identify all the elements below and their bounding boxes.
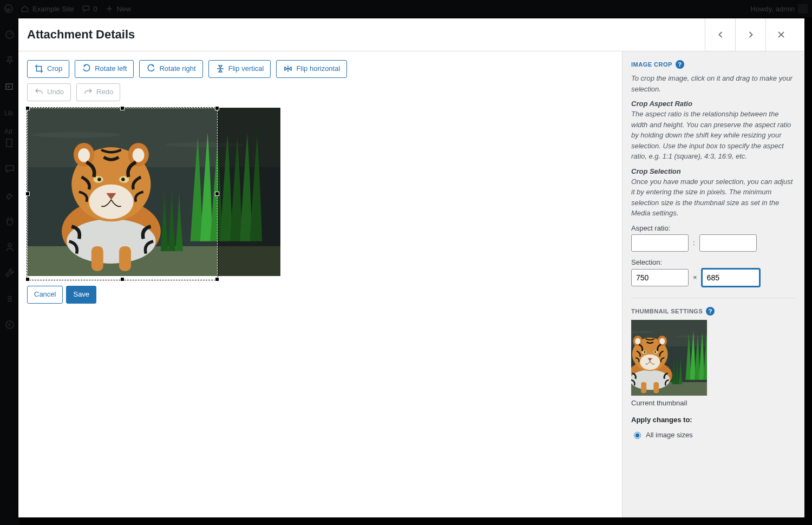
help-icon[interactable]: ?: [676, 60, 684, 69]
flip-vertical-label: Flip vertical: [228, 63, 264, 75]
flip-horizontal-icon: [283, 64, 293, 74]
selection-heading: Crop Selection: [631, 167, 796, 175]
crop-mask: [218, 108, 280, 277]
redo-button[interactable]: Redo: [76, 83, 120, 101]
redo-label: Redo: [96, 87, 113, 98]
image-crop-heading-text: IMAGE CROP: [631, 61, 672, 68]
selection-label: Selection:: [631, 258, 796, 266]
aspect-row: :: [631, 234, 796, 252]
crop-handle-sw[interactable]: [25, 277, 30, 281]
flip-vertical-icon: [215, 64, 225, 74]
close-icon: [776, 29, 787, 40]
selection-text: Once you have made your selection, you c…: [631, 176, 796, 219]
crop-handle-se[interactable]: [215, 277, 219, 281]
selection-row: ×: [631, 268, 796, 287]
viewport: Example Site 0 New Howdy, admin Lib Ad: [0, 0, 812, 525]
thumbnail-heading-text: THUMBNAIL SETTINGS: [631, 308, 703, 314]
crop-handle-nw[interactable]: [25, 106, 30, 110]
apply-all-radio[interactable]: [634, 432, 641, 439]
flip-vertical-button[interactable]: Flip vertical: [208, 60, 271, 78]
chevron-left-icon: [715, 29, 726, 40]
close-button[interactable]: [765, 18, 796, 51]
help-icon[interactable]: ?: [706, 307, 715, 316]
next-button[interactable]: [735, 18, 765, 51]
cancel-button[interactable]: Cancel: [27, 286, 63, 304]
modal-title: Attachment Details: [27, 28, 135, 42]
aspect-colon: :: [693, 239, 695, 247]
save-button[interactable]: Save: [66, 286, 96, 304]
aspect-label: Aspect ratio:: [631, 224, 796, 232]
editor-actions: Cancel Save: [27, 286, 613, 304]
apply-label: Apply changes to:: [631, 415, 796, 425]
undo-label: Undo: [47, 87, 64, 98]
sidebar-divider: [631, 298, 796, 298]
flip-horizontal-label: Flip horizontal: [296, 63, 340, 75]
image-crop-heading: IMAGE CROP ?: [631, 60, 796, 69]
attachment-details-modal: Attachment Details Crop Rotate left: [18, 18, 804, 517]
aspect-width-input[interactable]: [631, 234, 689, 252]
crop-handle-ne[interactable]: [215, 106, 219, 110]
apply-all-label: All image sizes: [646, 431, 693, 439]
crop-label: Crop: [47, 63, 62, 75]
crop-handle-s[interactable]: [120, 277, 125, 281]
flip-horizontal-button[interactable]: Flip horizontal: [276, 60, 347, 78]
rotate-left-label: Rotate left: [95, 63, 127, 75]
rotate-right-icon: [146, 64, 156, 74]
image-canvas[interactable]: [27, 108, 280, 277]
rotate-right-button[interactable]: Rotate right: [139, 60, 202, 78]
rotate-left-button[interactable]: Rotate left: [75, 60, 134, 78]
thumbnail-preview: [631, 320, 707, 396]
crop-icon: [34, 64, 44, 74]
save-label: Save: [73, 289, 89, 300]
history-toolbar: Undo Redo: [27, 83, 613, 101]
cancel-label: Cancel: [34, 289, 56, 300]
modal-header: Attachment Details: [18, 18, 804, 51]
chevron-right-icon: [745, 29, 756, 40]
attachment-sidebar: IMAGE CROP ? To crop the image, click on…: [622, 51, 804, 517]
crop-button[interactable]: Crop: [27, 60, 69, 78]
selection-width-input[interactable]: [631, 269, 689, 286]
thumbnail-heading: THUMBNAIL SETTINGS ?: [631, 307, 796, 316]
selection-height-input[interactable]: [702, 268, 760, 287]
redo-icon: [83, 87, 93, 97]
selection-times: ×: [693, 273, 697, 281]
apply-all-row[interactable]: All image sizes: [631, 430, 796, 439]
rotate-right-label: Rotate right: [159, 63, 195, 75]
undo-button[interactable]: Undo: [27, 83, 71, 101]
crop-intro: To crop the image, click on it and drag …: [631, 73, 796, 94]
crop-handle-w[interactable]: [25, 192, 30, 196]
aspect-heading: Crop Aspect Ratio: [631, 100, 796, 108]
rotate-left-icon: [82, 64, 91, 74]
crop-handle-e[interactable]: [215, 192, 219, 196]
editor-main: Crop Rotate left Rotate right Flip verti…: [18, 51, 622, 517]
undo-icon: [34, 87, 44, 97]
aspect-height-input[interactable]: [699, 234, 757, 252]
prev-button[interactable]: [705, 18, 735, 51]
crop-handle-n[interactable]: [120, 106, 125, 110]
crop-selection[interactable]: [27, 108, 218, 280]
thumbnail-caption: Current thumbnail: [631, 399, 796, 407]
aspect-text: The aspect ratio is the relationship bet…: [631, 109, 796, 162]
image-toolbar: Crop Rotate left Rotate right Flip verti…: [27, 60, 613, 78]
